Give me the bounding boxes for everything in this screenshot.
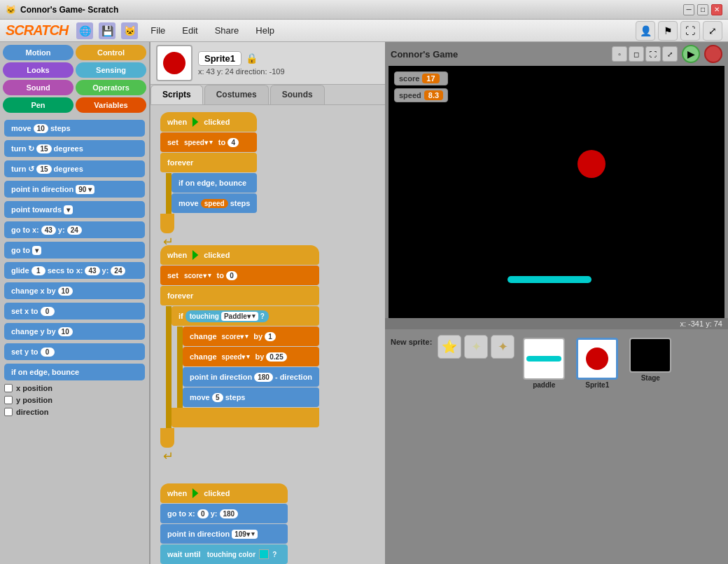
category-grid: Motion Control Looks Sensing Sound Opera…	[3, 45, 146, 113]
edit-menu[interactable]: Edit	[175, 22, 204, 39]
menubar: SCRATCH 🌐 💾 🐱 File Edit Share Help 👤 ⚑ ⛶…	[0, 20, 728, 42]
flag-icon[interactable]: ⚑	[658, 21, 678, 41]
block-go-to-0-180[interactable]: go to x: 0 y: 180	[160, 504, 288, 523]
tab-scripts[interactable]: Scripts	[150, 85, 203, 104]
stage-header: Connor's Game ▫ ◻ ⛶ ⤢ ▶	[385, 42, 728, 66]
stage-variables: score 17 speed 8.3	[394, 71, 448, 102]
green-flag-button[interactable]: ▶	[682, 45, 700, 63]
tab-sounds[interactable]: Sounds	[270, 85, 325, 104]
block-if-edge-bounce-1[interactable]: if on edge, bounce	[172, 173, 257, 193]
upload-sprite-btn[interactable]: ✦	[491, 335, 514, 359]
block-when-clicked-1[interactable]: when clicked	[160, 112, 257, 132]
block-point-in-direction-109[interactable]: point in direction 109▾	[160, 524, 288, 544]
file-menu[interactable]: File	[144, 22, 172, 39]
block-point-in-direction-180[interactable]: point in direction 180 - direction	[183, 367, 319, 387]
var-score: score 17	[394, 71, 448, 85]
block-move-speed-steps-1[interactable]: move speed steps	[172, 193, 257, 213]
stamp-sprite-btn[interactable]: ✦	[464, 335, 488, 359]
close-button[interactable]: ✕	[711, 4, 722, 15]
app-icon: 🐱	[6, 5, 16, 15]
block-when-clicked-3[interactable]: when clicked	[160, 483, 288, 503]
block-when-clicked-2[interactable]: when clicked	[160, 245, 319, 265]
normal-stage-btn[interactable]: ◻	[629, 46, 644, 62]
block-wait-until-touching-color[interactable]: wait until touching color ?	[160, 544, 288, 564]
block-if-edge-bounce[interactable]: if on edge, bounce	[4, 364, 145, 380]
share-menu[interactable]: Share	[208, 22, 246, 39]
main-area: Motion Control Looks Sensing Sound Opera…	[0, 42, 728, 564]
block-set-speed[interactable]: set speed▾ to 4	[160, 132, 257, 152]
category-operators[interactable]: Operators	[76, 80, 146, 95]
globe-icon[interactable]: 🌐	[76, 22, 93, 39]
save-icon[interactable]: 💾	[99, 22, 115, 39]
var-score-label: score	[399, 74, 419, 83]
window-title: 🐱 Connor's Game- Scratch	[6, 5, 118, 15]
sprite-ball-image	[163, 52, 186, 74]
expand-icon[interactable]: ⤢	[703, 21, 722, 41]
blocks-list: move 10 steps turn ↻ 15 degrees turn ↺ 1…	[3, 117, 146, 561]
sprite-name-box[interactable]: Sprite1	[198, 51, 241, 66]
checkbox-y-position[interactable]: y position	[4, 396, 145, 404]
block-change-speed[interactable]: change speed▾ by 0.25	[183, 347, 319, 366]
checkbox-x-position[interactable]: x position	[4, 384, 145, 392]
stop-button[interactable]	[704, 45, 722, 63]
block-set-y[interactable]: set y to 0	[4, 343, 145, 360]
block-forever-2[interactable]: forever	[160, 286, 319, 305]
block-set-x[interactable]: set x to 0	[4, 303, 145, 319]
tab-costumes[interactable]: Costumes	[204, 85, 269, 104]
category-control[interactable]: Control	[76, 45, 146, 60]
script-group-1: when clicked set speed▾ to 4 forever if …	[160, 112, 257, 249]
fullscreen-stage-btn[interactable]: ⛶	[645, 46, 661, 62]
block-point-direction[interactable]: point in direction 90 ▾	[4, 181, 145, 198]
block-move-5-steps[interactable]: move 5 steps	[183, 387, 319, 407]
titlebar: 🐱 Connor's Game- Scratch ─ □ ✕	[0, 0, 728, 20]
block-forever-1[interactable]: forever	[160, 153, 257, 172]
category-pen[interactable]: Pen	[3, 97, 74, 113]
minimize-button[interactable]: ─	[683, 4, 694, 15]
small-stage-btn[interactable]: ▫	[612, 46, 627, 62]
block-change-y[interactable]: change y by 10	[4, 323, 145, 340]
maximize-button[interactable]: □	[697, 4, 708, 15]
stage-canvas: score 17 speed 8.3	[388, 66, 724, 318]
scripts-canvas[interactable]: when clicked set speed▾ to 4 forever if …	[150, 105, 385, 564]
presentation-btn[interactable]: ⤢	[662, 46, 678, 62]
block-if-cap	[172, 408, 319, 427]
script-group-2: when clicked set score▾ to 0 forever if …	[160, 245, 319, 464]
category-variables[interactable]: Variables	[76, 97, 146, 113]
sprite1-thumb	[576, 338, 618, 380]
sprite-tile-stage[interactable]: Stage	[626, 335, 674, 385]
paddle-label: paddle	[533, 381, 555, 389]
paint-sprite-btn[interactable]: ⭐	[438, 335, 461, 359]
category-sound[interactable]: Sound	[3, 80, 74, 95]
category-sensing[interactable]: Sensing	[76, 62, 146, 78]
block-go-to-xy[interactable]: go to x: 43 y: 24	[4, 221, 145, 238]
block-set-score[interactable]: set score▾ to 0	[160, 266, 319, 285]
block-if-touching-paddle[interactable]: if touching Paddle▾ ?	[172, 306, 319, 326]
category-motion[interactable]: Motion	[3, 45, 74, 60]
category-looks[interactable]: Looks	[3, 62, 74, 78]
sprite-tile-paddle[interactable]: paddle	[520, 335, 568, 392]
block-change-score[interactable]: change score▾ by 1	[183, 326, 319, 346]
stage-coords: x: -341 y: 74	[385, 318, 728, 329]
lock-icon[interactable]: 🔒	[246, 53, 258, 64]
stage-label: Stage	[641, 374, 660, 382]
block-glide[interactable]: glide 1 secs to x: 43 y: 24	[4, 262, 145, 279]
scratch-logo: SCRATCH	[6, 22, 68, 39]
block-turn-cw[interactable]: turn ↻ 15 degrees	[4, 140, 145, 157]
account-icon[interactable]: 👤	[636, 21, 655, 41]
sprite-tile-sprite1[interactable]: Sprite1	[573, 335, 621, 392]
right-panel: Connor's Game ▫ ◻ ⛶ ⤢ ▶ score 17	[385, 42, 728, 564]
block-point-towards[interactable]: point towards ▾	[4, 201, 145, 218]
block-go-to[interactable]: go to ▾	[4, 242, 145, 259]
block-move-steps[interactable]: move 10 steps	[4, 120, 145, 137]
stage-thumb	[629, 338, 671, 373]
fullscreen-icon[interactable]: ⛶	[680, 21, 700, 41]
help-menu[interactable]: Help	[248, 22, 281, 39]
checkbox-direction[interactable]: direction	[4, 408, 145, 416]
block-turn-ccw[interactable]: turn ↺ 15 degrees	[4, 160, 145, 177]
stage-title: Connor's Game	[391, 49, 458, 60]
var-score-value: 17	[422, 74, 439, 83]
cat-icon[interactable]: 🐱	[121, 22, 138, 39]
block-change-x[interactable]: change x by 10	[4, 282, 145, 299]
scripts-area: Sprite1 🔒 x: 43 y: 24 direction: -109 Sc…	[150, 42, 385, 564]
new-sprite-label: New sprite:	[391, 338, 432, 346]
